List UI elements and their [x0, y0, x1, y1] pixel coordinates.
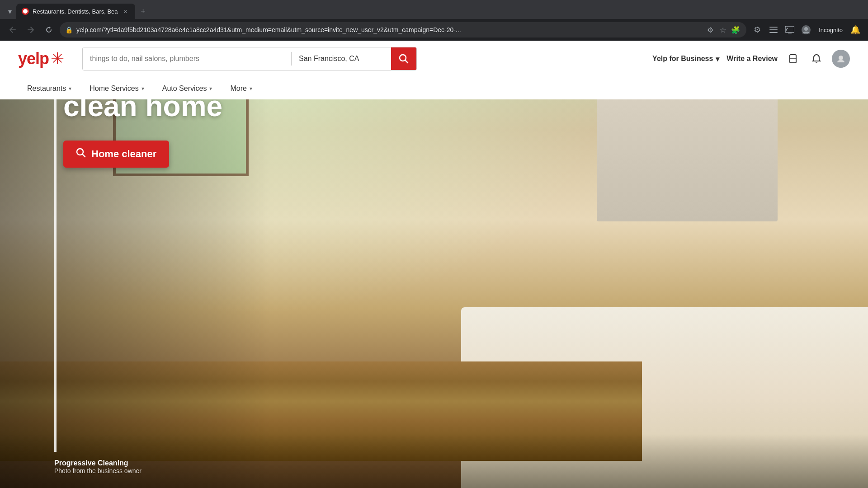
notifications-bell[interactable]: 🔔: [848, 23, 863, 37]
svg-rect-1: [769, 27, 778, 28]
yelp-for-business-text: Yelp for Business: [652, 55, 713, 63]
bookmark-extension-icon[interactable]: ⚙: [705, 24, 716, 35]
hero-cta-label: Home cleaner: [91, 148, 156, 160]
user-avatar[interactable]: [832, 50, 850, 68]
browser-toolbar-right: ⚙ Incognito 🔔: [750, 23, 863, 37]
yelp-site: yelp ✳ Yelp for Business ▾ Write a Revie…: [0, 41, 868, 488]
svg-point-7: [804, 27, 808, 31]
url-text: yelp.com/?ytl=da9f5bd2103a4728a6e4e1a8cc…: [76, 26, 701, 33]
yelp-logo-burst: ✳: [51, 49, 64, 68]
browser-tab-active[interactable]: Restaurants, Dentists, Bars, Bea ×: [16, 4, 135, 19]
nav-restaurants-chevron: ▾: [69, 85, 71, 92]
svg-line-9: [406, 61, 408, 63]
tab-list-button[interactable]: ▾: [4, 5, 16, 18]
cast-button[interactable]: [783, 23, 797, 37]
browser-menu-button[interactable]: [766, 23, 781, 37]
notifications-button[interactable]: [808, 51, 825, 67]
bookmarks-button[interactable]: [785, 51, 801, 67]
nav-auto-services[interactable]: Auto Services ▾: [153, 77, 222, 100]
yelp-header: yelp ✳ Yelp for Business ▾ Write a Revie…: [0, 41, 868, 99]
search-text-input[interactable]: [83, 47, 291, 70]
reload-button[interactable]: [42, 23, 56, 37]
header-right: Yelp for Business ▾ Write a Review: [652, 50, 850, 68]
yelp-logo-text: yelp: [18, 49, 49, 68]
nav-home-services-chevron: ▾: [142, 85, 144, 92]
nav-auto-services-label: Auto Services: [162, 84, 207, 93]
photo-credit-name: Progressive Cleaning: [54, 459, 142, 467]
back-button[interactable]: [5, 23, 20, 37]
svg-rect-10: [790, 55, 796, 63]
lock-icon: 🔒: [65, 26, 73, 33]
search-bar[interactable]: [82, 47, 417, 70]
nav-more-chevron: ▾: [250, 85, 252, 92]
nav-home-services[interactable]: Home Services ▾: [80, 77, 153, 100]
hero-cta-button[interactable]: Home cleaner: [63, 141, 169, 168]
address-bar-actions: ⚙ ☆ 🧩: [705, 24, 741, 35]
nav-restaurants[interactable]: Restaurants ▾: [18, 77, 80, 100]
incognito-label: Incognito: [815, 27, 846, 33]
extension-icon[interactable]: 🧩: [730, 24, 741, 35]
browser-chrome: ▾ Restaurants, Dentists, Bars, Bea × + 🔒…: [0, 0, 868, 41]
hero-accent-line: [54, 77, 57, 452]
svg-rect-5: [788, 33, 792, 33]
star-icon[interactable]: ☆: [717, 24, 728, 35]
tab-close-button[interactable]: ×: [122, 7, 130, 15]
hero-section: The gift of a clean home Home cleaner Pr…: [0, 41, 868, 488]
nav-more[interactable]: More ▾: [221, 77, 261, 100]
yelp-for-business-chevron: ▾: [716, 55, 719, 63]
yelp-top-bar: yelp ✳ Yelp for Business ▾ Write a Revie…: [0, 41, 868, 77]
nav-home-services-label: Home Services: [90, 84, 138, 93]
photo-credit-sub: Photo from the business owner: [54, 467, 142, 474]
nav-auto-services-chevron: ▾: [209, 85, 212, 92]
tab-favicon: [22, 8, 29, 15]
stove-area: [597, 95, 778, 221]
svg-rect-3: [769, 32, 778, 33]
yelp-for-business-link[interactable]: Yelp for Business ▾: [652, 55, 719, 63]
new-tab-button[interactable]: +: [137, 5, 150, 18]
nav-restaurants-label: Restaurants: [27, 84, 66, 93]
hero-cta-icon: [76, 148, 86, 160]
address-bar[interactable]: 🔒 yelp.com/?ytl=da9f5bd2103a4728a6e4e1a8…: [60, 22, 746, 38]
profile-button[interactable]: [799, 23, 813, 37]
extensions-button[interactable]: ⚙: [750, 23, 764, 37]
nav-more-label: More: [230, 84, 246, 93]
svg-point-0: [23, 9, 28, 14]
svg-point-11: [839, 56, 843, 60]
tab-title: Restaurants, Dentists, Bars, Bea: [33, 8, 118, 15]
forward-button[interactable]: [24, 23, 38, 37]
photo-credit: Progressive Cleaning Photo from the busi…: [54, 459, 142, 474]
yelp-nav: Restaurants ▾ Home Services ▾ Auto Servi…: [0, 77, 868, 99]
yelp-logo[interactable]: yelp ✳: [18, 49, 64, 68]
svg-line-13: [83, 154, 85, 157]
search-location-input[interactable]: [292, 47, 391, 70]
browser-nav-bar: 🔒 yelp.com/?ytl=da9f5bd2103a4728a6e4e1a8…: [0, 19, 868, 41]
search-button[interactable]: [391, 47, 416, 70]
svg-rect-2: [769, 29, 778, 30]
tab-bar: ▾ Restaurants, Dentists, Bars, Bea × +: [0, 0, 868, 19]
write-review-button[interactable]: Write a Review: [726, 55, 778, 63]
